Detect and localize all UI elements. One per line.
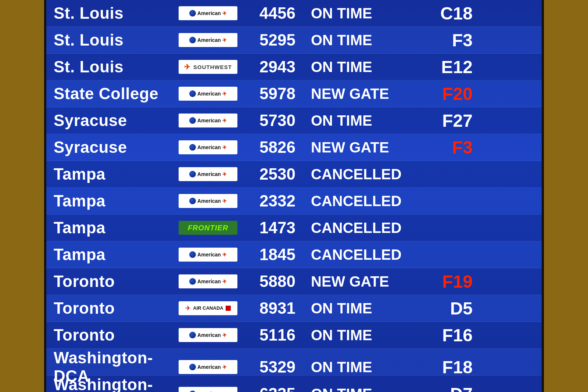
table-row: St. Louis ✈ SOUTHWEST 2943 ON TIME E12 [46, 54, 542, 80]
plane-icon: ✈ [222, 332, 227, 338]
gate-cell: C18 [414, 3, 473, 24]
flight-number-cell: 5116 [259, 326, 311, 344]
airline-cell: ✈ SOUTHWEST [179, 60, 259, 74]
table-row: St. Louis American ✈ 4456 ON TIME C18 [46, 0, 542, 27]
destination-cell: St. Louis [54, 4, 179, 22]
american-badge: American ✈ [179, 387, 237, 392]
airline-cell: American ✈ [179, 114, 259, 127]
flight-rows-container: St. Louis American ✈ 4456 ON TIME C18 St… [46, 0, 542, 392]
gate-cell: F27 [414, 111, 473, 131]
airline-cell: American ✈ [179, 6, 259, 20]
nec-brand-label [45, 235, 46, 238]
destination-cell: Tampa [54, 192, 179, 210]
flight-number-cell: 5880 [259, 272, 311, 291]
airline-cell: American ✈ [179, 248, 259, 262]
status-cell: ON TIME [311, 59, 414, 75]
status-cell: ON TIME [311, 300, 414, 317]
airline-cell: American ✈ [179, 328, 259, 342]
gate-cell: F3 [414, 137, 473, 158]
plane-icon: ✈ [222, 278, 227, 285]
plane-icon: ✈ [222, 117, 227, 124]
american-badge: American ✈ [179, 167, 237, 181]
airline-cell: American ✈ [179, 167, 259, 181]
airline-cell: American ✈ [179, 387, 259, 392]
flight-number-cell: 2332 [259, 192, 311, 210]
destination-cell: Syracuse [54, 138, 179, 157]
globe-icon [189, 332, 196, 338]
globe-icon [189, 364, 196, 370]
flight-number-cell: 2530 [259, 165, 311, 183]
globe-icon [189, 144, 196, 151]
status-cell: CANCELLED [311, 166, 414, 183]
plane-icon: ✈ [222, 10, 227, 17]
american-badge: American ✈ [179, 33, 237, 47]
plane-icon: ✈ [222, 90, 227, 97]
plane-icon: ✈ [222, 144, 227, 151]
plane-icon: ✈ [222, 251, 227, 258]
southwest-badge: ✈ SOUTHWEST [179, 60, 237, 74]
destination-cell: Tampa [54, 219, 179, 237]
american-badge: American ✈ [179, 114, 237, 127]
destination-cell: St. Louis [54, 58, 179, 76]
table-row: St. Louis American ✈ 5295 ON TIME F3 [46, 27, 542, 54]
airline-cell: American ✈ [179, 87, 259, 101]
status-cell: NEW GATE [311, 139, 414, 156]
destination-cell: Tampa [54, 165, 179, 183]
flight-number-cell: 8931 [259, 299, 311, 317]
flight-number-cell: 1473 [259, 219, 311, 237]
globe-icon [189, 251, 196, 258]
destination-cell: Washington-IAD [54, 375, 179, 392]
airline-cell: American ✈ [179, 274, 259, 288]
flight-number-cell: 2943 [259, 58, 311, 76]
table-row: Washington-IAD American ✈ 6335 ON TIME D… [46, 375, 542, 392]
aircanada-box-icon [226, 306, 231, 311]
destination-cell: Toronto [54, 299, 179, 317]
maple-icon: ✈ [185, 304, 191, 312]
gate-cell: F18 [414, 357, 473, 377]
globe-icon [189, 171, 196, 177]
flight-number-cell: 5826 [259, 138, 311, 157]
table-row: Tampa FRONTIER 1473 CANCELLED [46, 215, 542, 241]
table-row: State College American ✈ 5978 NEW GATE F… [46, 80, 542, 107]
american-badge: American ✈ [179, 87, 237, 101]
american-badge: American ✈ [179, 360, 237, 374]
destination-cell: Tampa [54, 245, 179, 264]
american-badge: American ✈ [179, 194, 237, 208]
plane-icon: ✈ [222, 171, 227, 177]
american-badge: American ✈ [179, 140, 237, 154]
globe-icon [189, 278, 196, 285]
plane-icon: ✈ [222, 198, 227, 204]
destination-cell: Toronto [54, 326, 179, 344]
gate-cell: E12 [414, 57, 473, 77]
plane-icon: ✈ [222, 391, 227, 392]
american-badge: American ✈ [179, 6, 237, 20]
table-row: Tampa American ✈ 2530 CANCELLED [46, 161, 542, 188]
gate-cell: F3 [414, 30, 473, 50]
globe-icon [189, 198, 196, 204]
globe-icon [189, 37, 196, 43]
departures-board: St. Louis American ✈ 4456 ON TIME C18 St… [44, 0, 544, 392]
american-badge: American ✈ [179, 328, 237, 342]
gate-cell: D7 [414, 384, 473, 392]
aircanada-badge: ✈ AIR CANADA [179, 301, 237, 315]
flight-number-cell: 5295 [259, 31, 311, 49]
status-cell: ON TIME [311, 386, 414, 392]
globe-icon [189, 117, 196, 124]
status-cell: CANCELLED [311, 247, 414, 263]
table-row: Toronto American ✈ 5880 NEW GATE F19 [46, 268, 542, 295]
airline-cell: American ✈ [179, 33, 259, 47]
flight-number-cell: 5730 [259, 111, 311, 130]
globe-icon [189, 90, 196, 97]
globe-icon [189, 10, 196, 17]
table-row: Washington-DCA American ✈ 5329 ON TIME F… [46, 349, 542, 375]
flight-number-cell: 1845 [259, 245, 311, 264]
flight-number-cell: 6335 [259, 385, 311, 392]
plane-icon: ✈ [222, 37, 227, 43]
airline-cell: American ✈ [179, 360, 259, 374]
destination-cell: St. Louis [54, 31, 179, 49]
airline-cell: American ✈ [179, 194, 259, 208]
plane-icon: ✈ [222, 364, 227, 370]
airline-cell: American ✈ [179, 140, 259, 154]
status-cell: CANCELLED [311, 220, 414, 236]
table-row: Toronto American ✈ 5116 ON TIME F16 [46, 322, 542, 349]
